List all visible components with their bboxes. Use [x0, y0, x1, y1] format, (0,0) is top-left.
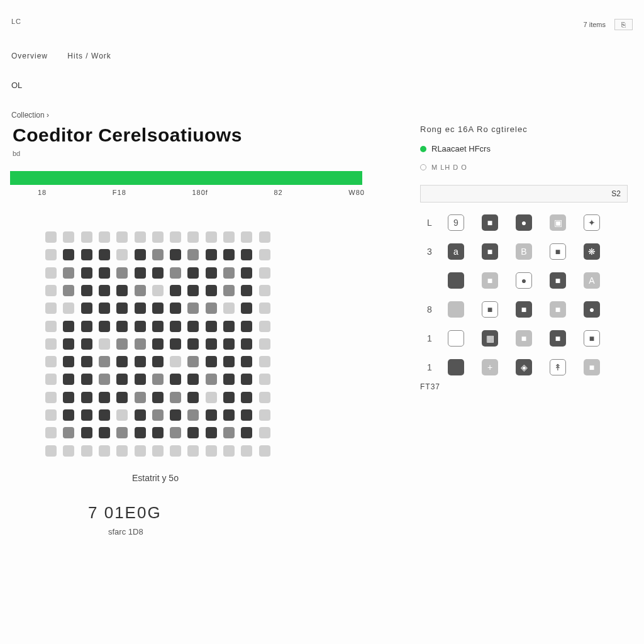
grid-cell [223, 285, 235, 296]
palette-swatch[interactable]: ■ [584, 359, 600, 375]
palette-swatch[interactable]: ↟ [550, 359, 566, 375]
grid-cell [152, 321, 164, 332]
grid-cell [187, 374, 199, 385]
top-right-info: 7 items [584, 21, 606, 28]
grid-cell [241, 427, 252, 438]
grid-cell [99, 445, 110, 457]
breadcrumb-item[interactable]: Hits / Work [67, 52, 111, 60]
grid-cell [241, 249, 252, 260]
grid-cell [99, 392, 110, 403]
grid-cell [63, 285, 74, 296]
grid-cell [152, 338, 164, 350]
grid-cell [135, 338, 146, 350]
grid-cell [241, 267, 252, 279]
grid-cell [206, 267, 217, 279]
grid-cell [45, 303, 57, 314]
palette-row-label: L [420, 218, 439, 228]
tab-item[interactable]: 18 [38, 189, 47, 196]
palette-swatch[interactable]: ❋ [584, 243, 600, 260]
tab-item[interactable]: F18 [113, 189, 126, 196]
top-right-action[interactable]: ⎘ [614, 19, 633, 30]
grid-cell [135, 374, 146, 385]
palette-swatch[interactable]: ● [516, 272, 532, 289]
grid-cell [81, 285, 92, 296]
grid-cell [259, 338, 270, 350]
grid-cell [206, 409, 217, 421]
palette-swatch[interactable]: ■ [482, 272, 498, 289]
grid-cell [206, 356, 217, 367]
grid-cell [223, 321, 235, 332]
palette-row-label: 3 [420, 247, 439, 257]
grid-cell [170, 231, 181, 243]
page-title: Coeditor Cerelsoatiuows [13, 125, 242, 146]
grid-cell [99, 303, 110, 314]
palette-swatch[interactable]: ■ [482, 301, 498, 318]
palette-swatch[interactable] [448, 272, 464, 289]
grid-cell [81, 356, 92, 367]
grid-cell [135, 231, 146, 243]
palette-swatch[interactable]: ■ [550, 272, 566, 289]
palette-swatch[interactable]: ■ [550, 243, 566, 260]
grid-cell [187, 249, 199, 260]
palette-swatch[interactable]: ■ [550, 301, 566, 318]
grid-cell [135, 445, 146, 457]
palette-swatch[interactable] [448, 301, 464, 318]
page-subtitle: bd [13, 150, 20, 157]
tab-item[interactable]: 180f [192, 189, 208, 196]
grid-cell [116, 356, 128, 367]
grid-cell [99, 231, 110, 243]
project-code: OL [11, 80, 22, 90]
palette-swatch[interactable] [448, 359, 464, 375]
breadcrumb-item[interactable]: Overview [11, 52, 48, 60]
palette-swatch[interactable]: B [516, 243, 532, 260]
grid-cell [45, 445, 57, 457]
grid-cell [45, 249, 57, 260]
grid-cell [99, 409, 110, 421]
grid-caption: Estatrit y 5o [132, 473, 179, 483]
grid-cell [187, 285, 199, 296]
grid-cell [170, 249, 181, 260]
palette-swatch[interactable]: ▦ [482, 330, 498, 347]
grid-cell [170, 374, 181, 385]
palette-swatch[interactable]: ■ [516, 301, 532, 318]
palette-swatch[interactable]: A [584, 272, 600, 289]
palette-swatch[interactable]: ◈ [516, 359, 532, 375]
tab-item[interactable]: W80 [348, 189, 365, 196]
grid-cell [259, 321, 270, 332]
grid-cell [259, 445, 270, 457]
grid-cell [152, 392, 164, 403]
palette-swatch[interactable]: 9 [448, 214, 464, 231]
grid-cell [223, 231, 235, 243]
palette-swatch[interactable]: + [482, 359, 498, 375]
palette-swatch[interactable]: ■ [482, 214, 498, 231]
grid-cell [135, 321, 146, 332]
palette-swatch[interactable]: ✦ [584, 214, 600, 231]
palette-swatch[interactable]: ● [584, 301, 600, 318]
grid-cell [81, 231, 92, 243]
grid-metric: 7 01E0G [88, 503, 162, 523]
grid-cell [170, 427, 181, 438]
palette-swatch[interactable]: ■ [584, 330, 600, 347]
grid-cell [99, 285, 110, 296]
palette-swatch[interactable]: ▣ [550, 214, 566, 231]
palette-swatch[interactable]: ■ [482, 243, 498, 260]
grid-cell [223, 427, 235, 438]
palette-swatch[interactable] [448, 330, 464, 347]
side-panel-title: Rong ec 16A Ro cgtirelec [420, 125, 628, 134]
grid-cell [259, 285, 270, 296]
grid-cell [63, 374, 74, 385]
grid-cell [116, 427, 128, 438]
palette-swatch[interactable]: ■ [516, 330, 532, 347]
grid-cell [116, 409, 128, 421]
palette-swatch[interactable]: ■ [550, 330, 566, 347]
palette-swatch[interactable]: a [448, 243, 464, 260]
grid-cell [241, 321, 252, 332]
grid-cell [135, 285, 146, 296]
palette-swatch[interactable]: ● [516, 214, 532, 231]
tab-item[interactable]: 82 [274, 189, 282, 196]
grid-cell [206, 303, 217, 314]
grid-cell [241, 392, 252, 403]
grid-cell [135, 249, 146, 260]
grid-cell [152, 409, 164, 421]
grid-cell [152, 285, 164, 296]
